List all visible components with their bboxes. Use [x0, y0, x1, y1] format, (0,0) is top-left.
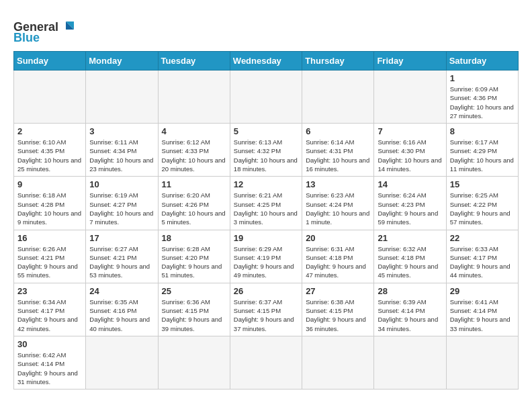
day-info: Sunrise: 6:41 AM Sunset: 4:14 PM Dayligh…: [450, 298, 515, 333]
day-number: 8: [450, 126, 515, 136]
day-number: 19: [234, 233, 298, 243]
day-number: 24: [89, 286, 154, 296]
day-info: Sunrise: 6:34 AM Sunset: 4:17 PM Dayligh…: [17, 298, 82, 333]
day-number: 22: [450, 233, 515, 243]
calendar-day-cell: 18Sunrise: 6:28 AM Sunset: 4:20 PM Dayli…: [158, 230, 230, 283]
day-info: Sunrise: 6:23 AM Sunset: 4:24 PM Dayligh…: [306, 191, 370, 226]
day-number: 1: [450, 73, 515, 83]
calendar-day-cell: 27Sunrise: 6:38 AM Sunset: 4:15 PM Dayli…: [302, 283, 374, 336]
calendar-day-cell: 25Sunrise: 6:36 AM Sunset: 4:15 PM Dayli…: [158, 283, 230, 336]
calendar-day-cell: [86, 336, 158, 389]
day-number: 16: [17, 233, 82, 243]
day-number: 13: [306, 179, 370, 189]
calendar-table: SundayMondayTuesdayWednesdayThursdayFrid…: [13, 51, 519, 390]
calendar-day-cell: 24Sunrise: 6:35 AM Sunset: 4:16 PM Dayli…: [86, 283, 158, 336]
day-info: Sunrise: 6:31 AM Sunset: 4:18 PM Dayligh…: [306, 244, 370, 280]
day-number: 10: [89, 179, 154, 189]
calendar-day-cell: 1Sunrise: 6:09 AM Sunset: 4:36 PM Daylig…: [446, 71, 518, 124]
day-info: Sunrise: 6:09 AM Sunset: 4:36 PM Dayligh…: [450, 85, 515, 120]
day-number: 7: [378, 126, 442, 136]
calendar-day-cell: 17Sunrise: 6:27 AM Sunset: 4:21 PM Dayli…: [86, 230, 158, 283]
calendar-day-cell: [374, 336, 446, 389]
day-number: 20: [306, 233, 370, 243]
calendar-day-cell: 6Sunrise: 6:14 AM Sunset: 4:31 PM Daylig…: [302, 124, 374, 177]
day-number: 18: [162, 233, 226, 243]
day-number: 21: [378, 233, 442, 243]
weekday-header-tuesday: Tuesday: [158, 52, 230, 71]
calendar-day-cell: [446, 336, 518, 389]
calendar-week-row: 2Sunrise: 6:10 AM Sunset: 4:35 PM Daylig…: [14, 124, 519, 177]
day-info: Sunrise: 6:36 AM Sunset: 4:15 PM Dayligh…: [162, 298, 226, 333]
day-info: Sunrise: 6:10 AM Sunset: 4:35 PM Dayligh…: [17, 138, 82, 173]
calendar-week-row: 23Sunrise: 6:34 AM Sunset: 4:17 PM Dayli…: [14, 283, 519, 336]
calendar-day-cell: [158, 336, 230, 389]
calendar-day-cell: [230, 71, 302, 124]
day-number: 29: [450, 286, 515, 296]
weekday-header-monday: Monday: [86, 52, 158, 71]
calendar-day-cell: 23Sunrise: 6:34 AM Sunset: 4:17 PM Dayli…: [14, 283, 86, 336]
calendar-day-cell: [230, 336, 302, 389]
day-info: Sunrise: 6:39 AM Sunset: 4:14 PM Dayligh…: [378, 298, 442, 333]
calendar-day-cell: 8Sunrise: 6:17 AM Sunset: 4:29 PM Daylig…: [446, 124, 518, 177]
weekday-header-saturday: Saturday: [446, 52, 518, 71]
calendar-day-cell: 7Sunrise: 6:16 AM Sunset: 4:30 PM Daylig…: [374, 124, 446, 177]
calendar-day-cell: 26Sunrise: 6:37 AM Sunset: 4:15 PM Dayli…: [230, 283, 302, 336]
calendar-day-cell: 11Sunrise: 6:20 AM Sunset: 4:26 PM Dayli…: [158, 177, 230, 230]
day-info: Sunrise: 6:32 AM Sunset: 4:18 PM Dayligh…: [378, 244, 442, 280]
day-info: Sunrise: 6:14 AM Sunset: 4:31 PM Dayligh…: [306, 138, 370, 173]
calendar-day-cell: 29Sunrise: 6:41 AM Sunset: 4:14 PM Dayli…: [446, 283, 518, 336]
day-number: 23: [17, 286, 82, 296]
calendar-day-cell: 3Sunrise: 6:11 AM Sunset: 4:34 PM Daylig…: [86, 124, 158, 177]
day-number: 4: [162, 126, 226, 136]
calendar-day-cell: 22Sunrise: 6:33 AM Sunset: 4:17 PM Dayli…: [446, 230, 518, 283]
day-info: Sunrise: 6:19 AM Sunset: 4:27 PM Dayligh…: [89, 191, 154, 226]
calendar-day-cell: 12Sunrise: 6:21 AM Sunset: 4:25 PM Dayli…: [230, 177, 302, 230]
day-number: 14: [378, 179, 442, 189]
calendar-week-row: 1Sunrise: 6:09 AM Sunset: 4:36 PM Daylig…: [14, 71, 519, 124]
day-number: 30: [17, 339, 82, 349]
day-number: 25: [162, 286, 226, 296]
day-info: Sunrise: 6:13 AM Sunset: 4:32 PM Dayligh…: [234, 138, 298, 173]
calendar-day-cell: 16Sunrise: 6:26 AM Sunset: 4:21 PM Dayli…: [14, 230, 86, 283]
day-info: Sunrise: 6:42 AM Sunset: 4:14 PM Dayligh…: [17, 351, 82, 386]
calendar-day-cell: 20Sunrise: 6:31 AM Sunset: 4:18 PM Dayli…: [302, 230, 374, 283]
day-info: Sunrise: 6:12 AM Sunset: 4:33 PM Dayligh…: [162, 138, 226, 173]
weekday-header-friday: Friday: [374, 52, 446, 71]
day-info: Sunrise: 6:21 AM Sunset: 4:25 PM Dayligh…: [234, 191, 298, 226]
day-number: 11: [162, 179, 226, 189]
day-info: Sunrise: 6:20 AM Sunset: 4:26 PM Dayligh…: [162, 191, 226, 226]
calendar-day-cell: [14, 71, 86, 124]
day-number: 12: [234, 179, 298, 189]
day-info: Sunrise: 6:29 AM Sunset: 4:19 PM Dayligh…: [234, 244, 298, 280]
calendar-day-cell: 5Sunrise: 6:13 AM Sunset: 4:32 PM Daylig…: [230, 124, 302, 177]
weekday-header-wednesday: Wednesday: [230, 52, 302, 71]
day-number: 9: [17, 179, 82, 189]
day-number: 27: [306, 286, 370, 296]
day-info: Sunrise: 6:35 AM Sunset: 4:16 PM Dayligh…: [89, 298, 154, 333]
calendar-day-cell: 10Sunrise: 6:19 AM Sunset: 4:27 PM Dayli…: [86, 177, 158, 230]
day-info: Sunrise: 6:33 AM Sunset: 4:17 PM Dayligh…: [450, 244, 515, 280]
calendar-week-row: 16Sunrise: 6:26 AM Sunset: 4:21 PM Dayli…: [14, 230, 519, 283]
logo: General Blue: [13, 16, 77, 46]
calendar-day-cell: 14Sunrise: 6:24 AM Sunset: 4:23 PM Dayli…: [374, 177, 446, 230]
calendar-day-cell: 13Sunrise: 6:23 AM Sunset: 4:24 PM Dayli…: [302, 177, 374, 230]
day-info: Sunrise: 6:16 AM Sunset: 4:30 PM Dayligh…: [378, 138, 442, 173]
day-info: Sunrise: 6:38 AM Sunset: 4:15 PM Dayligh…: [306, 298, 370, 333]
calendar-day-cell: [302, 336, 374, 389]
calendar-day-cell: [86, 71, 158, 124]
header: General Blue: [13, 12, 519, 46]
calendar-day-cell: 15Sunrise: 6:25 AM Sunset: 4:22 PM Dayli…: [446, 177, 518, 230]
day-info: Sunrise: 6:17 AM Sunset: 4:29 PM Dayligh…: [450, 138, 515, 173]
weekday-header-sunday: Sunday: [14, 52, 86, 71]
calendar-day-cell: 30Sunrise: 6:42 AM Sunset: 4:14 PM Dayli…: [14, 336, 86, 389]
calendar-day-cell: 9Sunrise: 6:18 AM Sunset: 4:28 PM Daylig…: [14, 177, 86, 230]
calendar-day-cell: 2Sunrise: 6:10 AM Sunset: 4:35 PM Daylig…: [14, 124, 86, 177]
day-info: Sunrise: 6:25 AM Sunset: 4:22 PM Dayligh…: [450, 191, 515, 226]
calendar-day-cell: 4Sunrise: 6:12 AM Sunset: 4:33 PM Daylig…: [158, 124, 230, 177]
day-number: 28: [378, 286, 442, 296]
day-number: 3: [89, 126, 154, 136]
calendar-day-cell: [158, 71, 230, 124]
day-info: Sunrise: 6:37 AM Sunset: 4:15 PM Dayligh…: [234, 298, 298, 333]
weekday-header-thursday: Thursday: [302, 52, 374, 71]
day-number: 6: [306, 126, 370, 136]
